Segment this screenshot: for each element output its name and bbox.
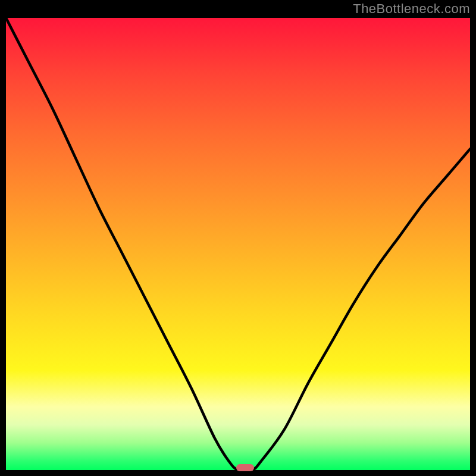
plot-area <box>6 18 470 470</box>
minimum-marker <box>236 464 254 471</box>
watermark-text: TheBottleneck.com <box>353 1 470 17</box>
curve-path <box>6 18 470 470</box>
bottleneck-curve <box>6 18 470 470</box>
chart-stage: TheBottleneck.com <box>0 0 476 476</box>
